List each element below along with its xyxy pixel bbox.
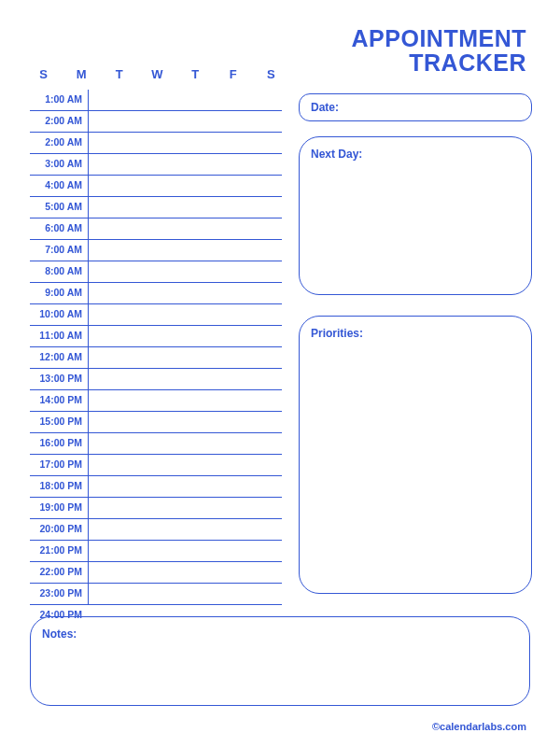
footer-credit: ©calendarlabs.com bbox=[432, 721, 526, 732]
time-label: 23:00 PM bbox=[30, 587, 82, 599]
schedule-row[interactable]: 8:00 AM bbox=[30, 261, 282, 283]
day-header: T bbox=[113, 67, 126, 81]
schedule-row[interactable]: 2:00 AM bbox=[30, 111, 282, 133]
title-line2: TRACKER bbox=[352, 50, 526, 75]
time-label: 13:00 PM bbox=[30, 373, 82, 384]
schedule-row[interactable]: 13:00 PM bbox=[30, 369, 282, 390]
time-label: 4:00 AM bbox=[30, 179, 82, 190]
day-header: T bbox=[189, 67, 203, 81]
day-header-row: S M T W T F S bbox=[37, 67, 278, 81]
schedule-row[interactable]: 7:00 AM bbox=[30, 240, 282, 261]
next-day-label: Next Day: bbox=[311, 148, 362, 161]
schedule-row[interactable]: 18:00 PM bbox=[30, 476, 282, 498]
time-label: 11:00 AM bbox=[30, 330, 82, 341]
time-label: 3:00 AM bbox=[30, 158, 82, 169]
schedule-row[interactable]: 10:00 AM bbox=[30, 304, 282, 326]
schedule-row[interactable]: 17:00 PM bbox=[30, 455, 282, 476]
time-label: 17:00 PM bbox=[30, 458, 82, 470]
schedule-row[interactable]: 14:00 PM bbox=[30, 390, 282, 412]
day-header: S bbox=[37, 67, 50, 81]
time-label: 20:00 PM bbox=[30, 523, 82, 534]
date-box[interactable]: Date: bbox=[299, 93, 532, 121]
schedule-row[interactable]: 16:00 PM bbox=[30, 433, 282, 455]
page-title: APPOINTMENT TRACKER bbox=[352, 26, 526, 76]
schedule-row[interactable]: 1:00 AM bbox=[30, 90, 282, 111]
time-label: 9:00 AM bbox=[30, 287, 82, 298]
priorities-box[interactable]: Priorities: bbox=[299, 316, 532, 594]
day-header: F bbox=[227, 67, 240, 81]
time-label: 12:00 AM bbox=[30, 351, 82, 362]
schedule-row[interactable]: 2:00 AM bbox=[30, 133, 282, 154]
schedule-row[interactable]: 6:00 AM bbox=[30, 218, 282, 240]
title-line1: APPOINTMENT bbox=[352, 26, 526, 50]
priorities-label: Priorities: bbox=[311, 327, 363, 340]
time-label: 15:00 PM bbox=[30, 416, 82, 427]
schedule-row[interactable]: 4:00 AM bbox=[30, 176, 282, 197]
time-label: 18:00 PM bbox=[30, 480, 82, 491]
schedule-row[interactable]: 11:00 AM bbox=[30, 326, 282, 347]
schedule-row[interactable]: 19:00 PM bbox=[30, 498, 282, 519]
time-label: 16:00 PM bbox=[30, 437, 82, 448]
time-label: 21:00 PM bbox=[30, 544, 82, 556]
schedule-row[interactable]: 22:00 PM bbox=[30, 562, 282, 584]
schedule-row[interactable]: 3:00 AM bbox=[30, 154, 282, 176]
time-label: 2:00 AM bbox=[30, 115, 82, 126]
time-label: 19:00 PM bbox=[30, 501, 82, 513]
date-label: Date: bbox=[311, 101, 339, 114]
time-label: 5:00 AM bbox=[30, 201, 82, 212]
time-label: 6:00 AM bbox=[30, 222, 82, 233]
notes-label: Notes: bbox=[42, 627, 77, 641]
schedule-row[interactable]: 12:00 AM bbox=[30, 347, 282, 369]
time-label: 10:00 AM bbox=[30, 308, 82, 319]
day-header: M bbox=[76, 67, 89, 81]
day-header: S bbox=[265, 67, 278, 81]
time-label: 14:00 PM bbox=[30, 394, 82, 405]
schedule-row[interactable]: 21:00 PM bbox=[30, 541, 282, 562]
next-day-box[interactable]: Next Day: bbox=[299, 136, 532, 295]
time-label: 8:00 AM bbox=[30, 265, 82, 276]
notes-box[interactable]: Notes: bbox=[30, 616, 530, 706]
time-label: 2:00 AM bbox=[30, 136, 82, 148]
schedule-grid: 1:00 AM 2:00 AM 2:00 AM 3:00 AM 4:00 AM … bbox=[30, 90, 282, 605]
schedule-row[interactable]: 5:00 AM bbox=[30, 197, 282, 218]
schedule-row[interactable]: 20:00 PM bbox=[30, 519, 282, 541]
day-header: W bbox=[151, 67, 164, 81]
schedule-row[interactable]: 9:00 AM bbox=[30, 283, 282, 304]
schedule-row[interactable]: 15:00 PM bbox=[30, 412, 282, 433]
schedule-row[interactable]: 23:00 PM bbox=[30, 584, 282, 605]
time-label: 1:00 AM bbox=[30, 93, 82, 105]
time-label: 7:00 AM bbox=[30, 244, 82, 255]
time-label: 22:00 PM bbox=[30, 566, 82, 577]
